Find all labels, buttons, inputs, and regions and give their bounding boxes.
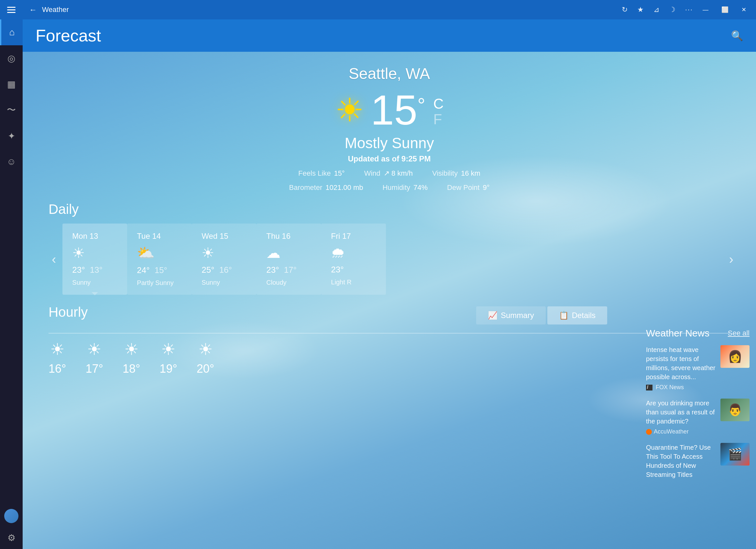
search-icon[interactable]: 🔍 (731, 30, 743, 41)
daily-card-thu[interactable]: Thu 16 ☁ 23° 17° Cloudy (257, 224, 321, 295)
day-high-wed: 25° (202, 265, 214, 275)
maximize-button[interactable]: ⬜ (718, 5, 732, 15)
day-high-tue: 24° (137, 265, 149, 275)
forecast-label: Forecast (36, 26, 101, 45)
visibility-value: 16 km (461, 169, 480, 178)
pin-icon[interactable]: ⊿ (653, 5, 659, 14)
wind-value: ↗ 8 km/h (384, 169, 413, 178)
back-button[interactable]: ← (29, 5, 37, 14)
daily-title: Daily (49, 202, 737, 217)
news-title: Weather News (646, 328, 709, 339)
celsius-unit[interactable]: C (433, 96, 444, 112)
radar-icon: ◎ (7, 53, 15, 64)
sidebar-item-lifestyle[interactable]: ☺ (0, 149, 23, 175)
sidebar-items: ⌂ ◎ ▦ 〜 ✦ ☺ (0, 19, 23, 509)
day-name-thu: Thu 16 (266, 232, 312, 241)
hourly-temp-4: 19° (159, 362, 177, 376)
avatar[interactable] (4, 509, 18, 523)
hourly-cards: ☀ 16° ☀ 17° ☀ 18° ☀ 19° (49, 340, 730, 376)
minimize-button[interactable]: — (699, 5, 712, 15)
sidebar: ⌂ ◎ ▦ 〜 ✦ ☺ ⚙ (0, 0, 23, 549)
news-panel: Weather News See all Intense heat wave p… (640, 321, 756, 496)
hourly-tabs: 📈 Summary 📋 Details (476, 306, 607, 324)
sidebar-bottom: ⚙ (0, 509, 23, 549)
more-icon[interactable]: ··· (685, 5, 693, 14)
day-low-thu: 17° (284, 265, 297, 275)
refresh-icon[interactable]: ↻ (622, 5, 628, 14)
home-icon: ⌂ (9, 27, 15, 38)
news-icon: ▦ (7, 79, 16, 90)
summary-tab-icon: 📈 (488, 311, 498, 320)
hourly-temp-1: 16° (49, 362, 66, 376)
summary-tab[interactable]: 📈 Summary (476, 306, 546, 324)
sidebar-item-news[interactable]: ▦ (0, 71, 23, 97)
see-all-link[interactable]: See all (728, 329, 750, 337)
details-tab[interactable]: 📋 Details (547, 306, 607, 324)
news-headline-2: Are you drinking more than usual as a re… (646, 399, 717, 426)
day-condition-fri: Light R (331, 279, 376, 286)
feels-like: Feels Like 15° (298, 169, 345, 178)
news-item-1[interactable]: Intense heat wave persists for tens of m… (646, 345, 750, 391)
day-condition-wed: Sunny (202, 279, 247, 286)
window-controls: — ⬜ ✕ (699, 5, 750, 15)
favorite-icon[interactable]: ★ (637, 5, 644, 14)
news-source-2: AccuWeather (646, 428, 717, 435)
news-header: Weather News See all (646, 328, 750, 339)
hourly-temp-5: 20° (197, 362, 214, 376)
news-text-2: Are you drinking more than usual as a re… (646, 399, 717, 435)
news-thumbnail-3: 🎬 (720, 443, 750, 466)
barometer-label: Barometer (289, 183, 323, 192)
news-item-2[interactable]: Are you drinking more than usual as a re… (646, 399, 750, 435)
day-name-wed: Wed 15 (202, 232, 247, 241)
daily-card-wed[interactable]: Wed 15 ☀ 25° 16° Sunny (192, 224, 257, 295)
moon-icon[interactable]: ☽ (669, 5, 675, 14)
day-temps-wed: 25° 16° (202, 265, 247, 275)
day-high-fri: 23° (331, 265, 344, 275)
news-headline-3: Quarantine Time? Use This Tool To Access… (646, 443, 717, 479)
hourly-card-4[interactable]: ☀ 19° (159, 340, 177, 376)
fox-news-icon (646, 385, 652, 390)
day-name-mon: Mon 13 (72, 232, 117, 241)
news-headline-1: Intense heat wave persists for tens of m… (646, 345, 717, 381)
humidity-value: 74% (413, 183, 428, 192)
chart-icon: 〜 (7, 104, 16, 116)
daily-prev-arrow[interactable]: ‹ (49, 249, 59, 270)
hourly-card-2[interactable]: ☀ 17° (85, 340, 103, 376)
fahrenheit-unit[interactable]: F (433, 112, 444, 127)
forecast-bar: Forecast 🔍 (23, 19, 756, 52)
day-low-tue: 15° (155, 265, 167, 275)
close-button[interactable]: ✕ (738, 5, 750, 15)
daily-card-tue[interactable]: Tue 14 ⛅ 24° 15° Partly Sunny (127, 224, 192, 295)
day-high-mon: 23° (72, 265, 85, 275)
day-icon-fri: 🌧 (331, 245, 376, 261)
day-condition-mon: Sunny (72, 279, 117, 286)
day-high-thu: 23° (266, 265, 279, 275)
weather-details-row2: Barometer 1021.00 mb Humidity 74% Dew Po… (289, 183, 490, 192)
hamburger-menu[interactable] (7, 7, 16, 13)
hourly-divider (49, 333, 730, 334)
sidebar-item-favorites[interactable]: ✦ (0, 123, 23, 149)
main-content: ← Weather ↻ ★ ⊿ ☽ ··· — ⬜ ✕ Forecast 🔍 S… (23, 0, 756, 549)
daily-next-arrow[interactable]: › (726, 249, 737, 270)
title-bar-actions: ↻ ★ ⊿ ☽ ··· (622, 5, 693, 14)
hourly-card-3[interactable]: ☀ 18° (123, 340, 140, 376)
day-icon-thu: ☁ (266, 245, 312, 261)
daily-card-fri[interactable]: Fri 17 🌧 23° Light R (321, 224, 386, 295)
hourly-card-1[interactable]: ☀ 16° (49, 340, 66, 376)
sidebar-item-home[interactable]: ⌂ (0, 19, 23, 45)
humidity: Humidity 74% (382, 183, 428, 192)
sidebar-item-radar[interactable]: ◎ (0, 45, 23, 71)
daily-card-mon[interactable]: Mon 13 ☀ 23° 13° Sunny (62, 224, 127, 295)
day-temps-fri: 23° (331, 265, 376, 275)
app-title: Weather (42, 5, 69, 14)
sidebar-item-historical[interactable]: 〜 (0, 97, 23, 123)
settings-icon[interactable]: ⚙ (0, 526, 23, 549)
updated-time: Updated as of 9:25 PM (348, 154, 431, 163)
barometer-value: 1021.00 mb (325, 183, 363, 192)
day-temps-tue: 24° 15° (137, 265, 182, 275)
news-item-3[interactable]: Quarantine Time? Use This Tool To Access… (646, 443, 750, 482)
temp-display: 15 ° (371, 89, 425, 131)
visibility-label: Visibility (432, 169, 458, 178)
news-thumbnail-1: 👩 (720, 345, 750, 368)
hourly-card-5[interactable]: ☀ 20° (197, 340, 214, 376)
